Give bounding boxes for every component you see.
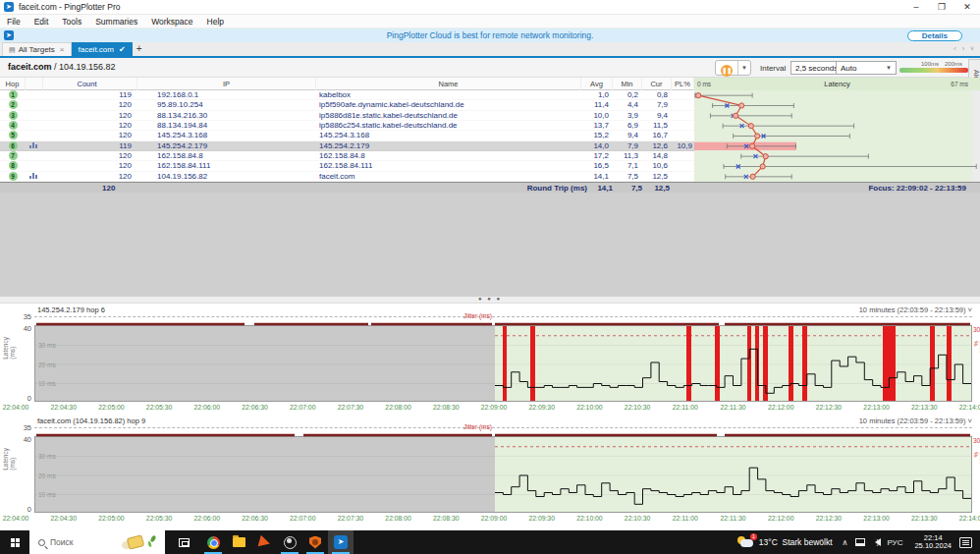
name-cell: ip5886d81e.static.kabel-deutschland.de <box>316 111 581 120</box>
avg-cell: 15,2 <box>581 131 613 139</box>
graph-title: faceit.com (104.19.156.82) hop 9 <box>37 416 145 425</box>
pause-control[interactable]: ❚❚ ▼ <box>715 60 751 76</box>
avg-cell: 11,4 <box>581 100 613 109</box>
packet-loss-axis-label: Packet Loss % <box>973 452 980 470</box>
min-cell: 6,9 <box>613 121 642 130</box>
col-cur[interactable]: Cur <box>642 78 672 90</box>
hop-number: 1 <box>9 90 18 99</box>
avg-cell: 14,1 <box>581 172 613 181</box>
task-view-button[interactable] <box>171 530 196 554</box>
target-address: faceit.com / 104.19.156.82 <box>8 62 116 72</box>
latency-color-legend: 100ms200ms <box>899 61 968 73</box>
svg-text:30 ms: 30 ms <box>38 453 56 460</box>
footer-avg: 14,1 <box>585 184 613 193</box>
clock[interactable]: 22:14 25.10.2024 <box>906 534 959 551</box>
cur-cell: 12,5 <box>642 172 672 181</box>
taskbar-search[interactable]: Поиск <box>29 530 165 554</box>
tab-all-targets-label: All Targets <box>19 45 55 54</box>
menu-item-help[interactable]: Help <box>200 17 231 27</box>
menu-item-file[interactable]: File <box>0 17 27 27</box>
windows-logo-icon <box>11 538 20 547</box>
col-count[interactable]: Count <box>43 78 137 90</box>
language-indicator[interactable]: РУС <box>883 538 906 547</box>
window-title: faceit.com - PingPlotter Pro <box>19 2 120 12</box>
pause-dropdown-icon[interactable]: ▼ <box>737 61 750 75</box>
hop-number: 3 <box>9 111 18 120</box>
footer-cur: 12,5 <box>644 184 670 193</box>
svg-text:20 ms: 20 ms <box>38 472 56 479</box>
time-tick-label: 22:13:00 <box>855 515 898 522</box>
menu-item-tools[interactable]: Tools <box>55 17 88 27</box>
y-axis-min-label: 0 <box>14 394 31 403</box>
tab-scroll-arrows[interactable]: ‹ › ˅ <box>953 45 976 52</box>
col-min[interactable]: Min <box>613 78 642 90</box>
hidden-icons-chevron[interactable]: ∧ <box>839 538 852 547</box>
latency-axis-label: Latency (ms) <box>2 448 16 471</box>
explorer-taskbar-button[interactable] <box>226 530 251 554</box>
cur-cell: 9,4 <box>642 111 672 120</box>
windows-taskbar: Поиск ➤ 1 13°C Stark bewölkt ∧ РУС 22:14… <box>0 530 980 554</box>
menu-item-edit[interactable]: Edit <box>27 17 56 27</box>
count-cell: 120 <box>43 161 137 170</box>
weather-widget[interactable]: 1 13°C Stark bewölkt <box>737 535 833 549</box>
tab-faceit[interactable]: faceit.com ✔ <box>72 42 133 56</box>
ip-cell: 145.254.3.168 <box>137 131 316 139</box>
latency-axis-label: Latency (ms) <box>2 337 16 360</box>
tab-all-targets[interactable]: ▤ All Targets × <box>2 42 72 56</box>
app-arrow-taskbar-button[interactable] <box>251 530 277 554</box>
pane-splitter[interactable]: ● ● ● <box>0 297 980 304</box>
graph-range-dropdown[interactable]: 10 minutes (22:03:59 - 22:13:59) ˅ <box>859 305 972 314</box>
close-tab-icon[interactable]: × <box>60 45 65 54</box>
timeline-plot-area[interactable]: 30 ms20 ms10 ms <box>34 436 972 513</box>
new-tab-button[interactable]: + <box>133 42 146 56</box>
antivirus-taskbar-button[interactable] <box>302 530 328 554</box>
time-tick-label: 22:10:00 <box>568 515 611 522</box>
network-icon[interactable] <box>855 538 865 546</box>
chrome-taskbar-button[interactable] <box>200 530 226 554</box>
graph-range-dropdown[interactable]: 10 minutes (22:03:59 - 22:13:59) ˅ <box>859 416 972 425</box>
avg-cell: 16,5 <box>581 161 613 170</box>
menu-item-workspace[interactable]: Workspace <box>144 17 199 27</box>
time-tick-label: 22:05:00 <box>89 515 133 522</box>
time-tick-label: 22:09:30 <box>520 404 564 411</box>
minimize-button[interactable]: – <box>903 0 929 15</box>
col-hop[interactable]: Hop <box>0 78 26 90</box>
obs-taskbar-button[interactable] <box>277 530 302 554</box>
tab-faceit-label: faceit.com <box>79 45 114 54</box>
details-button[interactable]: Details <box>907 30 962 41</box>
time-tick-label: 22:04:00 <box>0 515 37 522</box>
menu-item-summaries[interactable]: Summaries <box>88 17 144 27</box>
name-cell: 145.254.2.179 <box>316 141 581 150</box>
title-bar: ➤ faceit.com - PingPlotter Pro – ❐ ✕ <box>0 0 980 15</box>
timeline-plot-area[interactable]: 30 ms20 ms10 ms <box>34 325 972 402</box>
hop-number: 8 <box>9 161 18 170</box>
latency-whisker-graph[interactable] <box>694 90 980 182</box>
min-cell: 7,5 <box>613 172 642 181</box>
time-tick-label: 22:13:00 <box>855 404 898 411</box>
count-cell: 120 <box>43 172 137 181</box>
col-avg[interactable]: Avg <box>581 78 613 90</box>
time-tick-label: 22:12:00 <box>759 404 802 411</box>
close-button[interactable]: ✕ <box>954 0 980 15</box>
pingplotter-taskbar-button[interactable]: ➤ <box>328 530 354 554</box>
cur-cell: 0,8 <box>642 90 672 99</box>
graph-title: 145.254.2.179 hop 6 <box>37 305 105 314</box>
focus-select[interactable]: ▼ Auto <box>836 61 897 75</box>
cur-cell: 14,8 <box>642 151 672 160</box>
round-trip-row: 120 Round Trip (ms) 14,1 7,5 12,5 Focus:… <box>0 182 980 193</box>
col-pl[interactable]: PL% <box>672 78 694 90</box>
maximize-button[interactable]: ❐ <box>929 0 954 15</box>
start-button[interactable] <box>0 530 29 554</box>
action-center-icon[interactable] <box>959 537 972 548</box>
pause-icon[interactable]: ❚❚ <box>721 65 733 77</box>
time-tick-label: 22:11:00 <box>664 515 707 522</box>
time-tick-label: 22:13:30 <box>902 515 946 522</box>
hop-number: 5 <box>9 131 18 139</box>
col-name[interactable]: Name <box>316 78 581 90</box>
search-doodle-image[interactable] <box>120 533 159 551</box>
time-tick-label: 22:08:00 <box>377 515 420 522</box>
col-ip[interactable]: IP <box>137 78 316 90</box>
min-cell: 4,4 <box>613 100 642 109</box>
avg-cell: 10,0 <box>581 111 613 120</box>
volume-icon[interactable] <box>875 538 881 546</box>
